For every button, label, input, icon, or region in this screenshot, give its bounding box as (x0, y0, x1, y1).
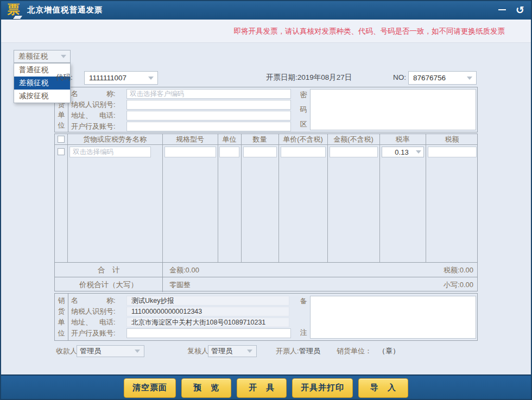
remark-char: 备 (300, 296, 307, 306)
item-goods-input[interactable] (69, 147, 151, 157)
buyer-char: 位 (58, 120, 65, 130)
password-zone-textarea[interactable] (310, 89, 476, 130)
buyer-panel: 购 货 单 位 名 称: 纳税人识别号: 地址、 电话: 开户行及账号: 密 码… (54, 87, 478, 132)
seller-name-value: 测试Ukey抄报 (126, 296, 289, 306)
buyer-taxid-input[interactable] (126, 100, 291, 110)
item-tax-input[interactable] (428, 147, 477, 157)
total-divider (162, 263, 163, 277)
clear-invoice-button[interactable]: 清空票面 (124, 378, 176, 398)
buyer-bank-label: 开户行及账号: (71, 122, 116, 131)
items-table: 货物或应税劳务名称 规格型号 单位 数量 单价(不含税) 金额(不含税) 税率 … (54, 134, 478, 291)
minimize-icon (498, 9, 506, 10)
payee-value: 管理员 (77, 346, 135, 356)
buyer-address-input[interactable] (126, 111, 291, 120)
invoice-date: 开票日期:2019年08月27日 (266, 71, 352, 85)
buyer-name-label: 名 称: (71, 89, 116, 99)
column-header-qty: 数量 (241, 134, 278, 144)
seller-bank-input[interactable] (126, 328, 291, 338)
item-unit-input[interactable] (219, 147, 239, 157)
column-divider (162, 134, 163, 263)
column-header-goods: 货物或应税劳务名称 (67, 134, 162, 144)
total-amount: 金额:0.00 (169, 263, 199, 277)
item-price-input[interactable] (281, 147, 326, 157)
payee-select[interactable]: 管理员 (77, 345, 144, 357)
warning-bar: 即将开具发票，请认真核对发票种类、代码、号码是否一致，如不同请更换纸质发票 (0, 20, 532, 43)
invoice-form: 差额征税 普通征税 差额征税 减按征税 代码: 1111111007 开票日期:… (0, 43, 532, 374)
seller-stamp-field: 销货单位： （章） (337, 345, 400, 358)
password-zone-label: 密 码 区 (298, 90, 309, 129)
buyer-address-label: 地址、 电话: (71, 111, 116, 120)
seller-taxid-value: 1110000000000012343 (126, 307, 289, 316)
invoice-code-select[interactable]: 1111111007 (84, 71, 158, 85)
column-divider (218, 134, 218, 263)
invoice-number-label: NO: (393, 71, 406, 85)
reviewer-select[interactable]: 管理员 (208, 345, 257, 357)
password-char: 区 (300, 119, 307, 129)
invoice-date-value: 2019年08月27日 (297, 73, 352, 81)
item-row-checkbox[interactable] (58, 148, 65, 155)
preview-button[interactable]: 预 览 (181, 378, 231, 398)
drawer-value: 管理员 (299, 346, 320, 356)
seller-char: 单 (58, 318, 65, 327)
remark-textarea[interactable] (310, 296, 476, 339)
header-row-checkbox[interactable] (58, 136, 65, 143)
column-divider (241, 134, 242, 263)
dropdown-arrow-icon (247, 350, 252, 353)
grand-total-words: 零圆整 (169, 277, 191, 293)
table-header-divider (55, 144, 477, 145)
item-tax-rate-select[interactable]: 0.13 (382, 147, 424, 157)
seller-bank-label: 开户行及账号: (71, 328, 116, 338)
seller-address-label: 地址、 电话: (71, 318, 116, 327)
item-spec-input[interactable] (164, 147, 216, 157)
tax-rate-value: 0.13 (382, 148, 416, 156)
issue-and-print-button[interactable]: 开具并打印 (292, 378, 353, 398)
seller-section-label: 销 货 单 位 (55, 294, 68, 340)
seller-panel: 销 货 单 位 名 称: 测试Ukey抄报 纳税人识别号: 1110000000… (54, 293, 478, 341)
warning-text: 即将开具发票，请认真核对发票种类、代码、号码是否一致，如不同请更换纸质发票 (234, 20, 505, 43)
seller-address-value: 北京市海淀区中关村大街108号01089710231 (126, 318, 289, 327)
invoice-code-label: 代码: (56, 71, 73, 85)
seller-stamp-value: （章） (378, 346, 400, 356)
seller-char: 货 (58, 307, 65, 316)
buyer-taxid-label: 纳税人识别号: (71, 100, 116, 110)
buyer-name-input[interactable] (126, 89, 291, 99)
import-button[interactable]: 导 入 (358, 378, 408, 398)
drawer-label: 开票人: (276, 345, 299, 358)
invoice-number-value: 87676756 (409, 74, 467, 82)
dropdown-arrow-icon (416, 150, 421, 154)
column-header-spec: 规格型号 (162, 134, 218, 144)
item-amount-input[interactable] (330, 147, 378, 157)
column-divider (67, 134, 68, 263)
invoice-number-select[interactable]: 87676756 (408, 71, 477, 85)
invoice-code-value: 1111111007 (85, 74, 148, 82)
tax-type-select[interactable]: 差额征税 (14, 50, 71, 63)
app-logo-icon: 票 (4, 2, 23, 18)
total-row: 合 计 金额:0.00 税额:0.00 (55, 262, 477, 277)
grand-total-label: 价税合计（大写） (55, 277, 162, 293)
dropdown-arrow-icon (467, 77, 472, 80)
drawer-field: 开票人: 管理员 (276, 345, 320, 358)
password-char: 密 (300, 90, 307, 100)
remark-label: 备 注 (298, 296, 309, 338)
window-title: 北京增值税普通发票 (27, 0, 103, 20)
total-label: 合 计 (55, 263, 162, 277)
reviewer-label: 复核人: (187, 345, 211, 358)
total-tax: 税额:0.00 (444, 263, 473, 277)
minimize-button[interactable] (497, 5, 507, 15)
footer-toolbar: 清空票面 预 览 开 具 开具并打印 导 入 (0, 374, 532, 400)
logo-character: 票 (8, 2, 20, 16)
remark-char: 注 (300, 328, 307, 338)
logo-page-fold (13, 16, 22, 19)
grand-total-figures: 小写:0.00 (444, 277, 473, 293)
grand-total-divider (162, 277, 163, 292)
issue-button[interactable]: 开 具 (237, 378, 287, 398)
column-header-tax: 税额 (426, 134, 478, 144)
column-header-price: 单价(不含税) (278, 134, 327, 144)
window-controls: ↺ (497, 0, 524, 20)
back-button[interactable]: ↺ (516, 5, 524, 15)
seller-char: 位 (58, 328, 65, 338)
grand-total-row: 价税合计（大写） 零圆整 小写:0.00 (55, 277, 477, 292)
tax-type-option-reduced[interactable]: 减按征税 (14, 90, 70, 103)
item-qty-input[interactable] (243, 147, 277, 157)
buyer-bank-input[interactable] (126, 122, 291, 131)
